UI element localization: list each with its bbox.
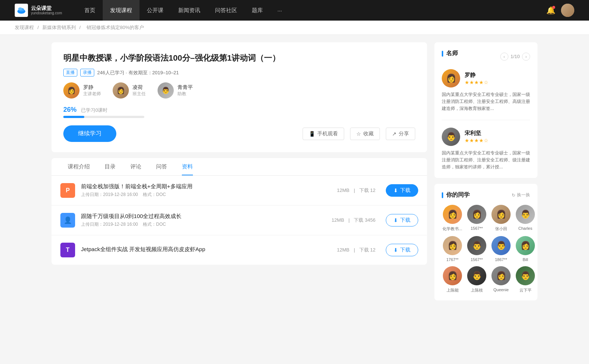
classmate-5[interactable]: 👩 1767** [442,236,463,262]
breadcrumb-series[interactable]: 新媒体营销系列 [42,25,76,30]
notification-dot [552,6,555,9]
nav-quiz[interactable]: 题库 [244,0,270,21]
nav-open[interactable]: 公开课 [140,0,171,21]
refresh-label: 换一换 [517,192,530,198]
resource-meta-1: 上传日期：2019-12-28 16:00 格式：DOC [81,192,327,198]
resource-icon-3: T [60,243,75,257]
classmate-avatar-3: 👩 [491,205,511,224]
classmates-header: 你的同学 ↻ 换一换 [442,191,530,199]
resource-stats-3: 12MB | 下载 12 [335,247,377,253]
star-icon: ☆ [356,131,361,137]
progress-percent: 26% [63,106,77,113]
classmate-3[interactable]: 👩 张小田 [490,205,512,232]
breadcrumb: 发现课程 / 新媒体营销系列 / 销冠修炼术搞定80%的客户 [0,21,589,35]
teachers-prev[interactable]: ‹ [500,53,508,61]
nav-right: 🔔 [546,4,574,17]
classmate-avatar-2: 👩 [467,205,486,224]
tab-qa[interactable]: 问答 [149,158,174,175]
resource-name-2: 跟随千万级项目从0到100全过程高效成长 [81,213,321,220]
resource-info-1: 前端全栈加强版！前端全栈+全周期+多端应用 上传日期：2019-12-28 16… [81,183,327,198]
nav-discover[interactable]: 发现课程 [103,0,140,21]
download-btn-2[interactable]: ⬇ 下载 [386,214,418,226]
nav-news[interactable]: 新闻资讯 [171,0,208,21]
course-teachers: 👩 罗静 主讲老师 👩 凌荷 班主任 👨 青青平 [63,82,415,99]
classmate-11[interactable]: 👩 Queenie [490,266,512,293]
teachers-next[interactable]: › [522,53,530,61]
sidebar-teacher-stars-1: ★★★★☆ [465,79,489,85]
teacher-name-3: 青青平 [177,84,193,91]
notification-bell[interactable]: 🔔 [546,6,555,15]
classmate-avatar-12: 👨 [516,266,535,285]
classmate-name-1: 化学教书... [442,226,463,232]
classmates-card: 你的同学 ↻ 换一换 👩 化学教书... 👩 1567** 👩 [434,184,537,300]
classmate-name-8: Bill [515,257,536,262]
classmate-4[interactable]: 👨 Charles [515,205,536,232]
breadcrumb-discover[interactable]: 发现课程 [15,25,34,30]
classmates-title: 你的同学 [442,191,470,199]
classmate-avatar-8: 👩 [516,236,535,255]
teacher-name-2: 凌荷 [133,84,146,91]
teacher-avatar-2: 👩 [113,82,129,99]
sidebar-teacher-1: 👩 罗静 ★★★★☆ 国内某重点大学安全工程专业硕士，国家一级注册消防工程师、注… [442,69,530,120]
share-icon: ↗ [392,131,396,137]
classmate-9[interactable]: 👩 上陈能 [442,266,463,293]
user-avatar[interactable] [561,4,574,17]
continue-button[interactable]: 继续学习 [63,125,116,142]
classmate-8[interactable]: 👩 Bill [515,236,536,262]
progress-section: 26% 已学习0课时 [63,106,415,118]
nav-home[interactable]: 首页 [77,0,103,21]
resource-name-3: Jetpack全组件实战 开发短视频应用高仿皮皮虾App [81,246,327,253]
classmate-10[interactable]: 👨 上陈枝 [466,266,487,293]
teacher-3: 👨 青青平 助教 [158,82,193,99]
mobile-watch-btn[interactable]: 📱 手机观看 [303,128,344,140]
collect-btn[interactable]: ☆ 收藏 [350,128,380,140]
download-btn-3[interactable]: ⬇ 下载 [386,244,418,256]
classmate-2[interactable]: 👩 1567** [466,205,487,232]
breadcrumb-current: 销冠修炼术搞定80%的客户 [87,25,144,30]
nav-items: 首页 发现课程 公开课 新闻资讯 问答社区 题库 ··· [77,0,546,21]
classmate-6[interactable]: 👨 1567** [466,236,487,262]
sidebar-teacher-2: 👨 宋利坚 ★★★★☆ 国内某重点大学安全工程专业硕士，国家一级注册消防工程师、… [442,128,530,171]
tab-catalog[interactable]: 目录 [97,158,123,175]
download-btn-1[interactable]: ⬇ 下载 [386,184,418,197]
nav-more[interactable]: ··· [270,0,290,21]
tabs-header: 课程介绍 目录 评论 问答 资料 [52,158,427,176]
sidebar-teacher-avatar-1: 👩 [442,69,460,88]
tab-intro[interactable]: 课程介绍 [60,158,97,175]
logo-sub: yundouketang.com [31,11,62,15]
progress-bar-fill [63,116,84,118]
resource-icon-2: 👤 [60,213,75,228]
classmate-7[interactable]: 👨 1867** [490,236,512,262]
resource-name-1: 前端全栈加强版！前端全栈+全周期+多端应用 [81,183,327,190]
nav-qa[interactable]: 问答社区 [208,0,244,21]
logo[interactable]: 云朵课堂 yundouketang.com [15,4,62,17]
sidebar-teacher-desc-1: 国内某重点大学安全工程专业硕士，国家一级注册消防工程师、注册安全工程师、高级注册… [442,91,530,113]
main-layout: 明星中教授课，小学阶段语法100分–强化级第1讲动词（一） 直播 录播 246人… [37,35,552,314]
action-buttons: 📱 手机观看 ☆ 收藏 ↗ 分享 [303,128,415,140]
classmate-avatar-7: 👨 [491,236,511,255]
tab-resource[interactable]: 资料 [174,158,200,175]
classmate-12[interactable]: 👨 云下平 [515,266,536,293]
resource-stats-1: 12MB | 下载 12 [335,187,377,194]
tab-review[interactable]: 评论 [123,158,149,175]
classmate-1[interactable]: 👩 化学教书... [442,205,463,232]
sidebar-teacher-desc-2: 国内某重点大学安全工程专业硕士，国家一级注册消防工程师、注册安全工程师、级注册建… [442,150,530,171]
share-btn[interactable]: ↗ 分享 [386,128,415,140]
classmate-name-12: 云下平 [515,288,536,293]
course-actions: 继续学习 📱 手机观看 ☆ 收藏 ↗ 分享 [63,125,415,142]
teachers-title: 名师 [442,50,458,57]
resource-info-3: Jetpack全组件实战 开发短视频应用高仿皮皮虾App [81,246,327,254]
teacher-role-3: 助教 [177,91,193,97]
logo-title: 云朵课堂 [31,5,62,11]
resource-item-3: T Jetpack全组件实战 开发短视频应用高仿皮皮虾App 12MB | 下载… [52,235,427,265]
tag-record: 录播 [80,69,94,76]
collect-label: 收藏 [363,131,374,137]
sidebar: 名师 ‹ 1/10 › 👩 罗静 ★★★★☆ 国内某重点大学安全工程专业硕士，国… [434,42,537,306]
refresh-button[interactable]: ↻ 换一换 [512,192,530,198]
tabs-section: 课程介绍 目录 评论 问答 资料 P 前端全栈加强版！前端全栈+全周期+多端应用… [52,158,427,265]
teachers-title-row: 名师 ‹ 1/10 › [442,50,530,63]
download-icon-2: ⬇ [394,217,398,223]
title-bar [442,51,443,57]
navbar: 云朵课堂 yundouketang.com 首页 发现课程 公开课 新闻资讯 问… [0,0,589,21]
course-tags: 直播 录播 246人已学习 · 有效期至：2019–10–21 [63,69,415,76]
